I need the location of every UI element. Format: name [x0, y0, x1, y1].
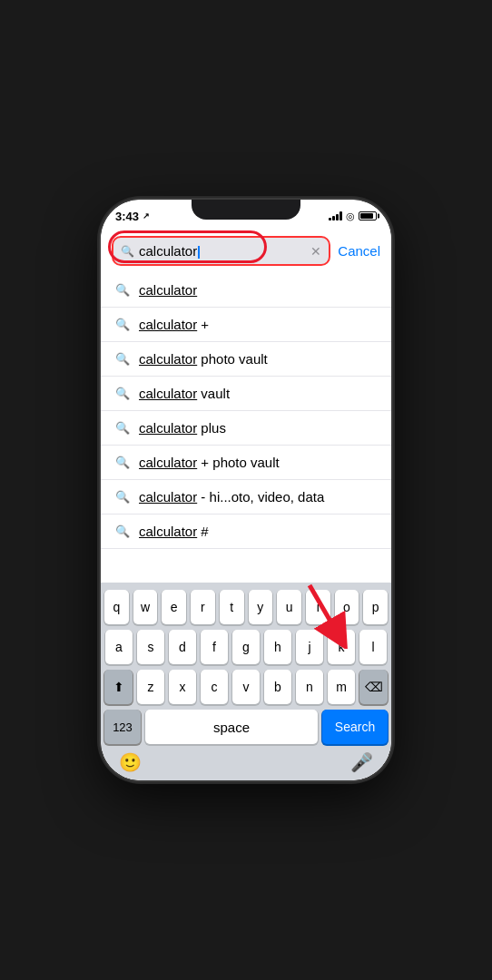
search-suggestion-icon: 🔍 — [115, 524, 130, 538]
search-bar-container: 🔍 calculator ✕ Cancel — [101, 229, 391, 273]
suggestion-match: calculator — [139, 420, 197, 436]
suggestion-text: calculator + photo vault — [139, 455, 280, 470]
key-p[interactable]: p — [363, 590, 388, 624]
key-j[interactable]: j — [296, 630, 323, 664]
search-input-value: calculator — [139, 243, 197, 259]
keyboard-row-1: q w e r t y u i o p — [104, 590, 388, 624]
text-cursor — [198, 246, 200, 259]
key-c[interactable]: c — [201, 670, 228, 704]
phone-shell: 3:43 ↗ ◎ 🔍 calculator — [101, 200, 391, 780]
suggestion-match: calculator — [139, 317, 197, 332]
key-e[interactable]: e — [162, 590, 186, 624]
key-space[interactable]: space — [145, 710, 318, 744]
suggestion-item[interactable]: 🔍 calculator + photo vault — [101, 446, 391, 480]
key-m[interactable]: m — [328, 670, 355, 704]
key-r[interactable]: r — [191, 590, 215, 624]
suggestion-text: calculator plus — [139, 420, 226, 436]
search-suggestion-icon: 🔍 — [115, 456, 130, 469]
key-l[interactable]: l — [359, 630, 387, 664]
wifi-icon: ◎ — [346, 211, 355, 222]
key-y[interactable]: y — [249, 590, 273, 624]
key-shift[interactable]: ⬆ — [104, 670, 133, 704]
key-a[interactable]: a — [105, 630, 133, 664]
status-time: 3:43 ↗ — [115, 210, 150, 223]
search-suggestion-icon: 🔍 — [115, 421, 130, 435]
keyboard-row-2: a s d f g h j k l — [104, 630, 388, 664]
suggestion-item[interactable]: 🔍 calculator photo vault — [101, 342, 391, 377]
suggestion-match: calculator — [139, 524, 197, 539]
suggestion-match: calculator — [139, 282, 197, 298]
key-q[interactable]: q — [104, 590, 129, 624]
suggestion-item[interactable]: 🔍 calculator vault — [101, 377, 391, 411]
suggestion-item[interactable]: 🔍 calculator plus — [101, 411, 391, 446]
suggestion-item[interactable]: 🔍 calculator + — [101, 308, 391, 342]
suggestion-match: calculator — [139, 489, 197, 505]
suggestion-text: calculator + — [139, 317, 209, 332]
battery-icon — [359, 211, 377, 220]
keyboard-row-3: ⬆ z x c v b n m ⌫ — [104, 670, 388, 704]
microphone-icon[interactable]: 🎤 — [350, 751, 373, 773]
time-display: 3:43 — [115, 210, 139, 223]
key-delete[interactable]: ⌫ — [359, 670, 388, 704]
search-suggestion-icon: 🔍 — [115, 387, 130, 400]
search-suggestion-icon: 🔍 — [115, 318, 130, 331]
suggestion-text: calculator # — [139, 524, 209, 539]
suggestion-text: calculator - hi...oto, video, data — [139, 489, 324, 505]
search-icon: 🔍 — [121, 245, 134, 258]
key-f[interactable]: f — [201, 630, 228, 664]
key-g[interactable]: g — [232, 630, 260, 664]
phone-screen: 3:43 ↗ ◎ 🔍 calculator — [101, 200, 391, 780]
suggestion-text: calculator photo vault — [139, 351, 268, 367]
key-h[interactable]: h — [264, 630, 291, 664]
key-n[interactable]: n — [296, 670, 323, 704]
emoji-icon[interactable]: 🙂 — [119, 751, 142, 773]
suggestion-match: calculator — [139, 455, 197, 470]
suggestion-item[interactable]: 🔍 calculator — [101, 273, 391, 308]
suggestion-match: calculator — [139, 351, 197, 367]
suggestion-match: calculator — [139, 386, 197, 401]
emoji-mic-row: 🙂 🎤 — [104, 748, 388, 775]
cancel-button[interactable]: Cancel — [338, 243, 380, 259]
key-s[interactable]: s — [137, 630, 164, 664]
key-v[interactable]: v — [232, 670, 260, 704]
key-x[interactable]: x — [169, 670, 196, 704]
key-b[interactable]: b — [264, 670, 291, 704]
status-icons: ◎ — [329, 211, 377, 222]
suggestion-item[interactable]: 🔍 calculator # — [101, 514, 391, 549]
battery-fill — [360, 213, 373, 219]
key-o[interactable]: o — [335, 590, 359, 624]
key-d[interactable]: d — [169, 630, 196, 664]
key-i[interactable]: i — [306, 590, 330, 624]
key-z[interactable]: z — [137, 670, 164, 704]
keyboard-bottom-row: 123 space Search — [104, 710, 388, 744]
suggestion-item[interactable]: 🔍 calculator - hi...oto, video, data — [101, 480, 391, 514]
signal-icon — [329, 211, 342, 220]
search-input[interactable]: calculator — [139, 243, 306, 259]
search-suggestion-icon: 🔍 — [115, 352, 130, 366]
clear-button[interactable]: ✕ — [310, 244, 321, 259]
main-content: 🔍 calculator ✕ Cancel 🔍 calculator 🔍 — [101, 229, 391, 780]
search-key-button[interactable]: Search — [322, 710, 388, 744]
key-numbers[interactable]: 123 — [104, 710, 141, 744]
search-suggestion-icon: 🔍 — [115, 283, 130, 297]
key-u[interactable]: u — [277, 590, 301, 624]
key-w[interactable]: w — [133, 590, 158, 624]
notch — [192, 200, 300, 220]
key-k[interactable]: k — [328, 630, 355, 664]
suggestion-text: calculator vault — [139, 386, 230, 401]
keyboard: q w e r t y u i o p a s d f g — [101, 583, 391, 780]
suggestion-text: calculator — [139, 282, 197, 298]
search-suggestion-icon: 🔍 — [115, 490, 130, 504]
key-t[interactable]: t — [220, 590, 244, 624]
location-arrow-icon: ↗ — [143, 211, 150, 220]
search-input-wrapper[interactable]: 🔍 calculator ✕ — [112, 236, 330, 266]
